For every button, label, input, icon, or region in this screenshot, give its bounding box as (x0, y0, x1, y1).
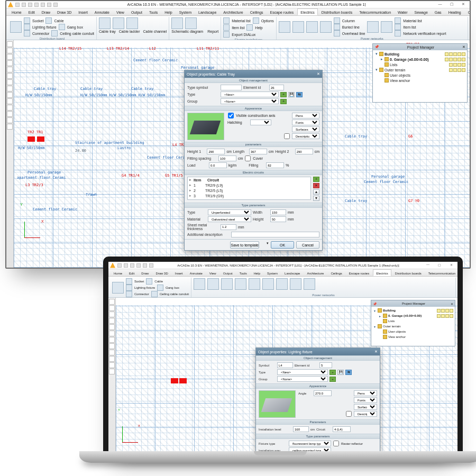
tool-icon[interactable] (109, 305, 115, 311)
icon[interactable] (221, 278, 233, 290)
schematic2-icon[interactable] (381, 21, 392, 33)
matlist-icon[interactable] (223, 17, 230, 24)
type-select[interactable]: <New> (221, 91, 279, 97)
tab[interactable]: Telecommunication (425, 269, 457, 276)
tab[interactable]: Help (251, 269, 263, 276)
raster-checkbox[interactable] (333, 441, 340, 446)
export-icon[interactable] (223, 31, 230, 38)
dialog-title[interactable]: Object properties: Cable Tray✕ (185, 70, 322, 78)
itemlist2-icon[interactable] (395, 24, 401, 30)
group-select[interactable]: <None> (277, 376, 328, 382)
up-icon[interactable]: ▲ (313, 189, 319, 195)
tab-escape[interactable]: Escape routes (267, 8, 297, 15)
height-input[interactable] (270, 216, 286, 222)
connector-icon[interactable] (126, 291, 132, 297)
tab-architecture[interactable]: Architecture (220, 8, 246, 15)
save-template-button[interactable]: Save to template (230, 241, 259, 249)
tab-insert[interactable]: Insert (75, 8, 91, 15)
tool-icon[interactable] (109, 324, 115, 330)
lib-icon[interactable]: ⇆ (345, 370, 352, 375)
tab[interactable]: Edit (126, 269, 138, 276)
qat-icon[interactable] (22, 3, 26, 7)
tab-electrics[interactable]: Electrics (297, 8, 317, 15)
width-input[interactable] (270, 209, 286, 215)
tab[interactable]: Architecture (304, 269, 327, 276)
tab-electrics[interactable]: Electrics (373, 269, 391, 276)
icon[interactable] (235, 278, 246, 290)
tool-icon[interactable] (7, 92, 13, 98)
ladder-icon[interactable] (113, 17, 124, 29)
hatching-select[interactable] (250, 120, 271, 125)
pm-header[interactable]: 📌 Project Manager ✕ (373, 44, 467, 50)
circuit-input[interactable] (333, 426, 351, 432)
material-select[interactable]: Galvanized steel (208, 216, 251, 222)
gangbox-label[interactable]: Gang box (67, 25, 83, 29)
description-select[interactable]: Description (354, 411, 377, 417)
angle-input[interactable] (314, 390, 332, 396)
qat-icon[interactable] (117, 263, 122, 268)
pm-tree[interactable]: ▾Building ▸0. Garage (±0.00=0.00) Lists … (373, 50, 467, 102)
tab-edit[interactable]: Edit (25, 8, 38, 15)
icon[interactable] (276, 278, 288, 290)
install-level-input[interactable] (293, 426, 309, 432)
report-icon[interactable] (185, 17, 197, 29)
close-button[interactable]: ✕ (446, 263, 456, 268)
tab[interactable]: View (206, 269, 219, 276)
tool-icon[interactable] (109, 312, 115, 317)
buried-icon[interactable] (334, 24, 340, 30)
close-icon[interactable]: ✕ (451, 302, 453, 306)
matlist2-icon[interactable] (395, 17, 401, 24)
socket-icon[interactable] (24, 17, 30, 24)
help-icon[interactable] (246, 24, 253, 31)
symbol-input[interactable] (277, 362, 293, 368)
socket-label[interactable]: Socket (32, 19, 43, 23)
pens-select[interactable]: Pens (354, 390, 377, 396)
socket-icon[interactable] (126, 278, 132, 285)
connector-label[interactable]: Connector (32, 32, 49, 35)
tool-icon[interactable] (7, 86, 13, 91)
tool-icon[interactable] (109, 337, 115, 343)
add-icon[interactable]: + (329, 370, 336, 375)
ok-button[interactable]: OK (271, 241, 294, 249)
tool-icon[interactable] (7, 79, 13, 85)
tool-icon[interactable] (109, 299, 115, 305)
tab[interactable]: Distribution boards (392, 269, 425, 276)
chevron-down-icon[interactable]: ▾ (267, 241, 269, 249)
element-id-input[interactable] (269, 85, 284, 90)
schematic-icon[interactable] (171, 17, 183, 29)
cable-icon[interactable] (146, 278, 152, 285)
elementid-input[interactable] (319, 362, 332, 368)
fonts-select[interactable]: Fonts (292, 120, 319, 125)
icon[interactable] (249, 278, 260, 290)
transformer-icon[interactable] (306, 21, 318, 33)
close-icon[interactable]: ✕ (462, 45, 465, 49)
itemlist-icon[interactable] (223, 24, 230, 31)
tool-icon[interactable] (7, 105, 13, 111)
description-checkbox[interactable] (283, 133, 290, 139)
description-select[interactable]: Description (292, 133, 319, 139)
tab[interactable]: Output (220, 269, 236, 276)
close-button[interactable]: ✕ (459, 2, 468, 7)
tab[interactable]: Tools (236, 269, 250, 276)
tool-icon[interactable] (109, 343, 115, 349)
survey-icon[interactable] (367, 21, 379, 33)
tab-ceilings[interactable]: Ceilings (247, 8, 267, 15)
dialog-cable-tray[interactable]: Object properties: Cable Tray✕ Object ma… (184, 70, 323, 251)
pens-select[interactable]: Pens (292, 113, 319, 118)
project-manager-panel[interactable]: 📌 Project Manager ✕ ▾Building ▸0. Garage… (372, 43, 468, 103)
tab-help[interactable]: Help (161, 8, 175, 15)
down-icon[interactable]: ▼ (313, 196, 319, 201)
tool-icon[interactable] (109, 369, 115, 374)
pin-icon[interactable]: 📌 (374, 45, 379, 49)
desc-checkbox[interactable] (345, 411, 352, 417)
project-manager-panel[interactable]: 📌Project Manager✕ ▾Building ▸0. Garage (… (371, 300, 455, 346)
tab-telecom[interactable]: Telecommunication (356, 8, 394, 15)
lighting-label[interactable]: Lighting fixture (32, 25, 57, 29)
qat-icon[interactable] (28, 3, 32, 7)
tab-water[interactable]: Water (395, 8, 410, 15)
add-icon[interactable]: + (280, 99, 287, 104)
qat-icon[interactable] (47, 3, 51, 7)
remove-circuit-icon[interactable]: ✕ (313, 183, 319, 188)
tab[interactable]: Annotate (187, 269, 206, 276)
height1-input[interactable] (207, 149, 225, 154)
